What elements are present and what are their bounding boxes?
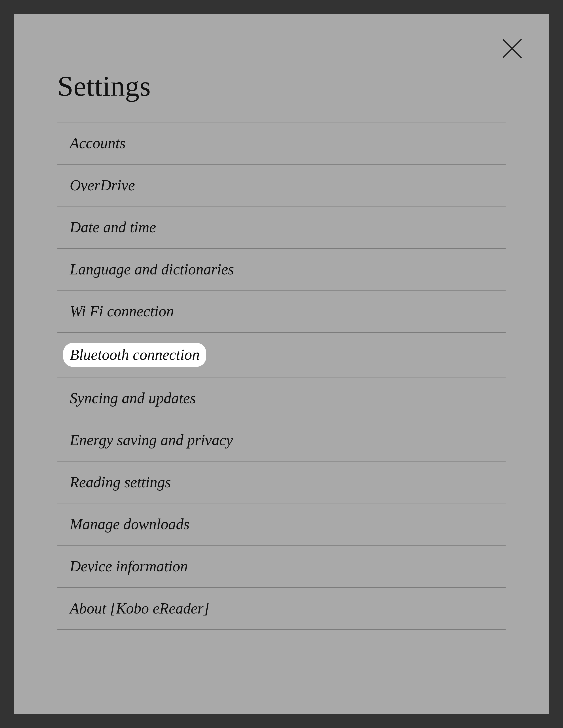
settings-item-label: About [Kobo eReader]: [63, 598, 216, 619]
settings-item-label: Manage downloads: [63, 514, 196, 535]
settings-item-syncing[interactable]: Syncing and updates: [57, 377, 506, 420]
settings-list: Accounts OverDrive Date and time Languag…: [57, 122, 506, 630]
settings-item-label: Language and dictionaries: [63, 259, 241, 280]
page-title: Settings: [57, 69, 506, 103]
settings-item-label: Accounts: [63, 133, 132, 154]
settings-item-language[interactable]: Language and dictionaries: [57, 249, 506, 291]
settings-item-label: Energy saving and privacy: [63, 430, 239, 451]
settings-item-reading[interactable]: Reading settings: [57, 462, 506, 504]
close-button[interactable]: [501, 38, 523, 60]
settings-item-overdrive[interactable]: OverDrive: [57, 165, 506, 207]
settings-item-label: Syncing and updates: [63, 388, 202, 409]
settings-item-about[interactable]: About [Kobo eReader]: [57, 588, 506, 630]
settings-item-date-time[interactable]: Date and time: [57, 206, 506, 249]
settings-item-label: Wi Fi connection: [63, 301, 180, 322]
settings-item-device-info[interactable]: Device information: [57, 546, 506, 588]
settings-item-label: Date and time: [63, 217, 163, 238]
settings-panel: Settings Accounts OverDrive Date and tim…: [14, 14, 549, 714]
settings-item-accounts[interactable]: Accounts: [57, 122, 506, 165]
settings-item-bluetooth[interactable]: Bluetooth connection: [57, 333, 506, 377]
settings-item-label: OverDrive: [63, 175, 141, 196]
settings-item-label: Device information: [63, 556, 194, 577]
settings-item-label: Bluetooth connection: [63, 343, 206, 367]
settings-item-downloads[interactable]: Manage downloads: [57, 503, 506, 546]
close-icon: [501, 38, 523, 60]
settings-item-wifi[interactable]: Wi Fi connection: [57, 291, 506, 333]
settings-item-label: Reading settings: [63, 472, 177, 493]
settings-item-energy-privacy[interactable]: Energy saving and privacy: [57, 419, 506, 462]
